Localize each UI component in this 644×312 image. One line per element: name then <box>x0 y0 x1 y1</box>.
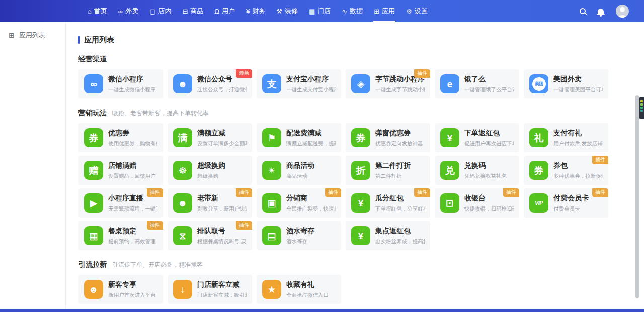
app-card[interactable]: ▣ 分销商 全民推广裂变，快速拓客销货 插件 <box>257 188 341 218</box>
app-card[interactable]: 礼 支付有礼 用户付款后,发放店铺优惠券 <box>524 123 608 152</box>
nav-item-label: 数据 <box>350 7 363 16</box>
app-badge: 插件 <box>592 156 608 164</box>
nav-item-装修[interactable]: ⚒ 装修 <box>271 0 303 22</box>
app-card[interactable]: ✴ 商品活动 商品活动 <box>257 156 341 185</box>
app-card[interactable]: ★ 收藏有礼 全面抢占微信入口 <box>257 275 341 304</box>
app-desc: 促进用户再次进店下单，提升... <box>464 140 514 147</box>
app-desc: 超级换购 <box>197 173 225 180</box>
app-card[interactable]: 券 券包 多种优惠券，拉新促活促复购 插件 <box>524 156 608 185</box>
nav-item-数据[interactable]: ∿ 数据 <box>336 0 368 22</box>
app-name: 满额立减 <box>197 129 247 138</box>
app-card[interactable]: ▤ 酒水寄存 酒水寄存 <box>257 221 341 250</box>
nav-item-首页[interactable]: ⌂ 首页 <box>82 0 113 22</box>
new-customer-icon: ☻ <box>84 280 103 299</box>
app-desc: 连接公众号，打通微信 <box>197 86 247 93</box>
app-card[interactable]: ∞ 微信小程序 一键生成微信小程序 <box>78 69 163 98</box>
nav-item-设置[interactable]: ⚙ 设置 <box>400 0 433 22</box>
app-card[interactable]: ☸ 超级换购 超级换购 <box>168 156 252 185</box>
app-name: 下单返红包 <box>464 129 514 138</box>
app-card[interactable]: ☻ 老带新 刺激分享，新用户快速裂变 插件 <box>168 188 252 218</box>
app-card[interactable]: 支 支付宝小程序 一键生成支付宝小程序 <box>257 69 341 98</box>
second-item-discount-icon: 折 <box>351 161 370 180</box>
app-card[interactable]: 券 弹窗优惠券 优惠券定向发放神器 <box>346 123 430 152</box>
store-gift-icon: 赠 <box>84 161 103 180</box>
app-card[interactable]: ☻ 新客专享 新用户首次进入平台，立享好礼 <box>78 275 163 304</box>
app-card[interactable]: ☻ 微信公众号 连接公众号，打通微信 最新 <box>168 69 252 98</box>
app-icon-glyph: 折 <box>356 166 366 175</box>
app-icon-glyph: e <box>447 79 453 89</box>
app-name: 收藏有礼 <box>286 280 329 289</box>
app-card[interactable]: 赠 店铺满赠 设置赠品，回馈用户 <box>78 156 163 185</box>
app-name: 优惠券 <box>108 129 157 138</box>
nav-item-财务[interactable]: ¥ 财务 <box>240 0 271 22</box>
users-icon: Ω <box>214 8 219 15</box>
nav-item-商品[interactable]: ⊟ 商品 <box>177 0 209 22</box>
app-icon-glyph: ▦ <box>89 231 98 241</box>
distributor-icon: ▣ <box>262 193 281 213</box>
scrollbar-thumb[interactable] <box>635 95 639 298</box>
user-avatar[interactable] <box>616 5 629 18</box>
section-subtitle: 吸粉、老客带新客，提高下单转化率 <box>112 109 209 118</box>
app-card[interactable]: 满 满额立减 设置订单满多少金额享受优惠 <box>168 123 252 152</box>
app-desc: 一键管理饿了么平台订单 <box>464 86 514 93</box>
app-name: 门店新客立减 <box>197 280 247 289</box>
nav-item-用户[interactable]: Ω 用户 <box>209 0 240 22</box>
app-icon-glyph: ▤ <box>267 231 276 241</box>
wine-storage-icon: ▤ <box>262 226 281 245</box>
app-card[interactable]: ⊡ 收银台 快捷收银，扫码枪扫码支付 插件 <box>435 188 519 218</box>
app-icon-glyph: ☻ <box>89 285 99 294</box>
extension-widget[interactable] <box>639 97 644 119</box>
goods-icon: ⊟ <box>182 8 188 15</box>
nav-item-店内[interactable]: ▢ 店内 <box>144 0 177 22</box>
app-icon-glyph: ☻ <box>178 198 188 208</box>
app-badge: 插件 <box>147 221 163 230</box>
app-card[interactable]: ◈ 字节跳动小程序 一键生成字节跳动小程序 插件 <box>346 69 430 98</box>
delivery-fee-discount-icon: ⚑ <box>262 128 281 147</box>
search-icon[interactable] <box>580 8 586 14</box>
app-card[interactable]: ⧖ 排队取号 根据餐桌情况叫号,灵活方便 插件 <box>168 221 252 250</box>
bytedance-miniprogram-icon: ◈ <box>351 74 370 93</box>
app-icon-glyph: ▣ <box>267 198 276 208</box>
title-accent-bar <box>78 36 80 44</box>
coupon-pack-icon: 券 <box>529 161 548 180</box>
app-card[interactable]: 券 优惠券 使用优惠券，购物有优惠 <box>78 123 163 152</box>
sidebar-item-app-list[interactable]: ⊞ 应用列表 <box>0 22 65 40</box>
payment-gift-icon: 礼 <box>529 128 548 147</box>
notification-bell-icon[interactable] <box>598 9 604 14</box>
app-card[interactable]: 美团 美团外卖 一键管理美团平台订单 <box>524 69 608 98</box>
coupon-icon: 券 <box>84 128 103 147</box>
extension-bar <box>640 100 643 102</box>
nav-item-门店[interactable]: ▤ 门店 <box>303 0 336 22</box>
app-badge: 插件 <box>414 69 430 78</box>
app-desc: 门店新客立减，吸引新用户下单 <box>197 292 247 299</box>
redeem-code-icon: 兑 <box>440 161 459 180</box>
app-desc: 满额立减配送费，提高订单流... <box>286 140 336 147</box>
main-content: 应用列表 经营渠道 ∞ 微信小程序 一键生成微信小程序 ☻ 微信公众号 连接公众… <box>66 22 644 312</box>
sidebar-item-label: 应用列表 <box>19 31 45 40</box>
app-name: 饿了么 <box>464 75 514 84</box>
app-card[interactable]: VIP 付费会员卡 付费会员卡 插件 <box>524 188 608 218</box>
app-card[interactable]: ¥ 瓜分红包 下单得红包，分享好友，每人... 插件 <box>346 188 430 218</box>
app-card[interactable]: 兑 兑换码 凭码兑换权益礼包 <box>435 156 519 185</box>
app-desc: 快捷收银，扫码枪扫码支付 <box>464 205 514 213</box>
section-header: 经营渠道 <box>78 55 608 64</box>
app-card[interactable]: ↓ 门店新客立减 门店新客立减，吸引新用户下单 <box>168 275 252 304</box>
app-card[interactable]: 折 第二件打折 第二件打折 <box>346 156 430 185</box>
app-card[interactable]: ▶ 小程序直播 无需繁琐流程，一键开通直播 插件 <box>78 188 163 218</box>
app-card[interactable]: ¥ 集点返红包 忠实粉丝养成，提高复购频次 <box>346 221 430 250</box>
nav-item-外卖[interactable]: ∞ 外卖 <box>113 0 144 22</box>
app-card[interactable]: ▦ 餐桌预定 提前预约，高效管理 插件 <box>78 221 163 250</box>
store-new-customer-icon: ↓ <box>173 280 192 299</box>
app-name: 超级换购 <box>197 161 225 170</box>
app-card[interactable]: e 饿了么 一键管理饿了么平台订单 <box>435 69 519 98</box>
app-name: 新客专享 <box>108 280 157 289</box>
app-card[interactable]: ⚑ 配送费满减 满额立减配送费，提高订单流... <box>257 123 341 152</box>
app-desc: 付费会员卡 <box>553 205 589 213</box>
app-icon-glyph: ∞ <box>90 79 97 89</box>
app-grid: ☻ 新客专享 新用户首次进入平台，立享好礼 ↓ 门店新客立减 门店新客立减，吸引… <box>78 275 608 304</box>
nav-item-应用[interactable]: ⊞ 应用 <box>368 0 400 22</box>
app-card[interactable]: ¥ 下单返红包 促进用户再次进店下单，提升... <box>435 123 519 152</box>
nav-item-label: 装修 <box>285 7 298 16</box>
app-section: 引流拉新 引流促下单、开店必备，精准揽客 ☻ 新客专享 新用户首次进入平台，立享… <box>78 260 608 304</box>
app-name: 微信小程序 <box>108 75 156 84</box>
